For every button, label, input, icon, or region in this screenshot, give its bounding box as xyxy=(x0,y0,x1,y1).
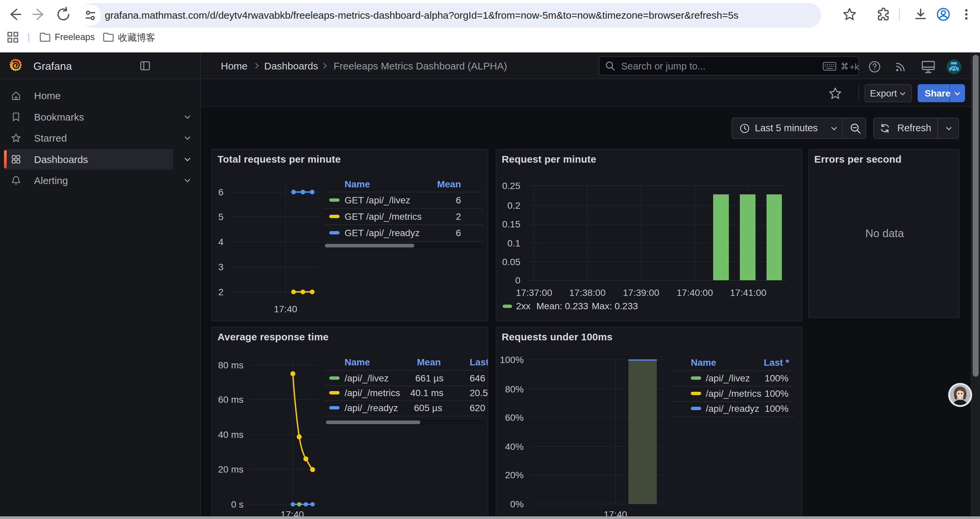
svg-text:5: 5 xyxy=(218,212,223,222)
svg-text:80%: 80% xyxy=(505,384,524,394)
svg-text:3: 3 xyxy=(218,262,223,272)
svg-text:4: 4 xyxy=(218,237,223,247)
svg-text:0.05: 0.05 xyxy=(502,257,521,267)
svg-text:20 ms: 20 ms xyxy=(218,464,243,474)
svg-text:17:38:00: 17:38:00 xyxy=(570,287,606,298)
svg-text:0.15: 0.15 xyxy=(502,219,521,230)
svg-text:0 s: 0 s xyxy=(231,499,243,509)
svg-text:17:40:00: 17:40:00 xyxy=(677,287,713,298)
svg-text:40 ms: 40 ms xyxy=(218,430,243,440)
svg-text:100%: 100% xyxy=(500,355,524,365)
svg-text:2: 2 xyxy=(218,287,223,297)
svg-text:20%: 20% xyxy=(505,470,524,480)
svg-text:17:40: 17:40 xyxy=(274,304,297,314)
svg-text:17:41:00: 17:41:00 xyxy=(730,287,767,298)
svg-text:40%: 40% xyxy=(505,442,524,452)
svg-text:80 ms: 80 ms xyxy=(218,360,243,370)
svg-text:0%: 0% xyxy=(510,499,524,509)
svg-text:17:39:00: 17:39:00 xyxy=(623,287,659,298)
svg-text:60%: 60% xyxy=(505,412,524,423)
svg-text:0: 0 xyxy=(515,275,520,286)
svg-text:60 ms: 60 ms xyxy=(218,394,243,405)
svg-text:0.1: 0.1 xyxy=(508,238,520,249)
svg-text:17:37:00: 17:37:00 xyxy=(516,287,552,298)
svg-text:0.2: 0.2 xyxy=(508,200,520,211)
svg-text:0.25: 0.25 xyxy=(502,181,521,191)
svg-text:6: 6 xyxy=(218,187,223,197)
